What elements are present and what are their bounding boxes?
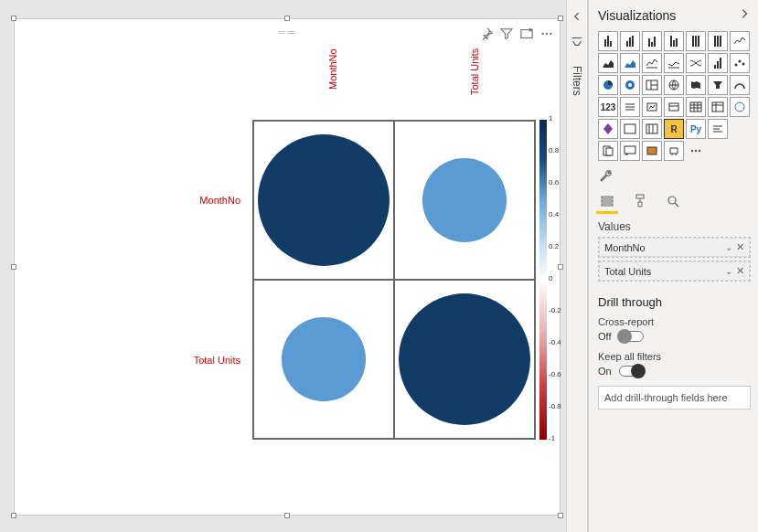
viz-treemap[interactable] <box>642 75 662 95</box>
remove-field-icon[interactable]: ✕ <box>736 241 744 253</box>
svg-rect-28 <box>602 204 613 206</box>
viz-multi-row-card[interactable] <box>620 97 640 117</box>
pin-icon[interactable] <box>479 27 494 41</box>
viz-ribbon[interactable] <box>686 53 706 73</box>
tab-format[interactable] <box>631 192 649 210</box>
viz-qa[interactable] <box>708 119 728 139</box>
viz-decomposition-tree[interactable] <box>642 119 662 139</box>
cell-0-0 <box>253 121 394 280</box>
tab-fields[interactable] <box>598 192 616 210</box>
viz-goals[interactable] <box>642 141 662 161</box>
svg-point-23 <box>691 150 693 152</box>
collapse-pane-chevron-icon[interactable] <box>738 7 751 24</box>
svg-point-9 <box>628 83 632 87</box>
keep-filters-toggle[interactable] <box>619 366 645 377</box>
viz-card[interactable]: 123 <box>598 97 618 117</box>
viz-python[interactable]: Py <box>686 119 706 139</box>
color-scale-bar <box>539 120 547 440</box>
wrench-icon[interactable] <box>598 168 614 185</box>
keep-filters-state: On <box>598 366 612 377</box>
viz-slicer[interactable] <box>664 97 684 117</box>
svg-point-30 <box>668 197 676 204</box>
svg-rect-26 <box>602 197 613 198</box>
cross-report-label: Cross-report <box>598 316 751 327</box>
viz-100-stacked-bar[interactable] <box>686 31 706 51</box>
cross-report-toggle[interactable] <box>618 331 644 342</box>
values-well[interactable]: Total Units ⌄✕ <box>598 261 751 282</box>
resize-handle[interactable] <box>558 264 563 270</box>
viz-stacked-area[interactable] <box>620 53 640 73</box>
filters-pane-collapsed[interactable]: Filters <box>566 0 588 532</box>
viz-arcgis[interactable] <box>730 97 750 117</box>
svg-rect-22 <box>647 147 657 154</box>
viz-table[interactable] <box>686 97 706 117</box>
filter-icon[interactable] <box>499 27 514 41</box>
viz-smart-narrative[interactable] <box>620 141 640 161</box>
focus-mode-icon[interactable] <box>519 27 534 41</box>
correlation-grid <box>252 120 536 440</box>
viz-gauge[interactable] <box>730 75 750 95</box>
remove-field-icon[interactable]: ✕ <box>736 265 744 277</box>
viz-kpi[interactable] <box>642 97 662 117</box>
chevron-down-icon[interactable]: ⌄ <box>725 242 732 252</box>
svg-rect-29 <box>636 195 644 198</box>
resize-handle[interactable] <box>284 513 290 518</box>
viz-scatter[interactable] <box>730 53 750 73</box>
viz-more-icon[interactable] <box>686 141 706 161</box>
viz-clustered-column[interactable] <box>664 31 684 51</box>
svg-rect-17 <box>625 124 635 133</box>
resize-handle[interactable] <box>11 264 16 270</box>
resize-handle[interactable] <box>11 16 16 21</box>
viz-funnel[interactable] <box>708 75 728 95</box>
filters-icon[interactable] <box>571 35 583 51</box>
viz-custom[interactable] <box>664 141 684 161</box>
resize-handle[interactable] <box>558 513 563 518</box>
svg-point-2 <box>546 33 548 35</box>
svg-rect-20 <box>606 148 613 155</box>
drag-grip[interactable]: ══ <box>278 27 296 37</box>
viz-waterfall[interactable] <box>708 53 728 73</box>
field-monthno[interactable]: MonthNo ⌄✕ <box>599 238 750 257</box>
tab-analytics[interactable] <box>664 192 682 210</box>
viz-r-script[interactable]: R <box>664 119 684 139</box>
row-label-0: MonthNo <box>193 120 248 280</box>
filters-label: Filters <box>571 66 583 96</box>
viz-line[interactable] <box>730 31 750 51</box>
svg-rect-0 <box>521 30 532 38</box>
svg-rect-13 <box>669 103 678 111</box>
svg-rect-21 <box>625 146 635 154</box>
viz-line-stacked[interactable] <box>642 53 662 73</box>
resize-handle[interactable] <box>11 513 16 518</box>
r-visual-container[interactable]: ══ MonthNo Total Units MonthNo Total Uni… <box>14 18 560 516</box>
values-well[interactable]: MonthNo ⌄✕ <box>598 237 751 258</box>
viz-stacked-bar[interactable] <box>598 31 618 51</box>
visualizations-title: Visualizations <box>598 8 676 23</box>
viz-clustered-bar[interactable] <box>642 31 662 51</box>
visual-header <box>479 27 554 41</box>
viz-100-stacked-column[interactable] <box>708 31 728 51</box>
viz-key-influencers[interactable] <box>620 119 640 139</box>
viz-stacked-column[interactable] <box>620 31 640 51</box>
viz-placeholder <box>730 119 750 139</box>
svg-point-5 <box>739 60 742 63</box>
viz-power-apps[interactable] <box>598 119 618 139</box>
report-canvas[interactable]: ══ MonthNo Total Units MonthNo Total Uni… <box>0 0 566 532</box>
more-options-icon[interactable] <box>539 27 554 41</box>
viz-line-clustered[interactable] <box>664 53 684 73</box>
expand-filters-chevron-icon[interactable] <box>571 9 582 26</box>
drill-through-title: Drill through <box>598 295 751 309</box>
chevron-down-icon[interactable]: ⌄ <box>725 266 732 276</box>
field-total-units[interactable]: Total Units ⌄✕ <box>599 261 750 281</box>
resize-handle[interactable] <box>558 16 563 21</box>
field-label: Total Units <box>604 266 651 277</box>
viz-matrix[interactable] <box>708 97 728 117</box>
viz-map[interactable] <box>664 75 684 95</box>
viz-pie[interactable] <box>598 75 618 95</box>
svg-point-24 <box>695 150 697 152</box>
resize-handle[interactable] <box>284 16 290 21</box>
viz-paginated[interactable] <box>598 141 618 161</box>
viz-area[interactable] <box>598 53 618 73</box>
drill-through-well[interactable]: Add drill-through fields here <box>598 386 751 410</box>
viz-donut[interactable] <box>620 75 640 95</box>
viz-filled-map[interactable] <box>686 75 706 95</box>
